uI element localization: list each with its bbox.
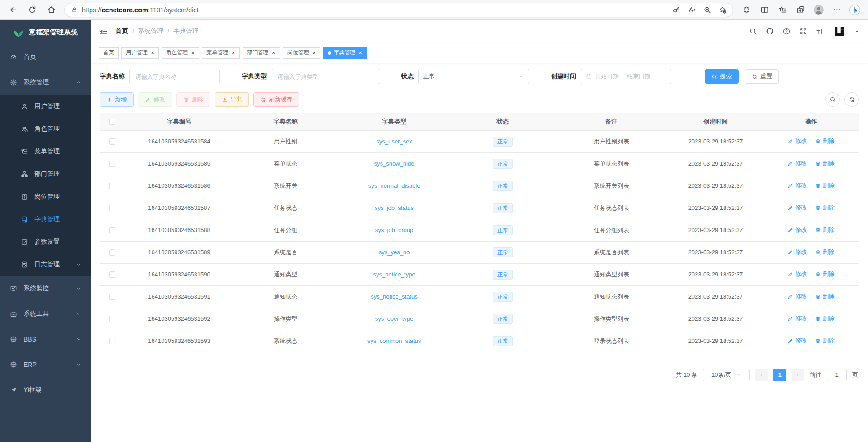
page-size-select[interactable]: 10条/页: [703, 369, 750, 381]
status-select[interactable]: 正常: [418, 69, 529, 84]
add-button[interactable]: 新增: [100, 92, 134, 107]
sidebar-item-menu-management[interactable]: 菜单管理: [0, 140, 91, 163]
dict-type-input[interactable]: [272, 69, 380, 84]
export-button[interactable]: 导出: [215, 92, 249, 107]
dict-type-link[interactable]: sys_job_status: [375, 204, 414, 211]
row-checkbox[interactable]: [109, 183, 115, 189]
more-icon[interactable]: [829, 2, 844, 18]
sidebar-item-erp[interactable]: ERP: [0, 352, 91, 377]
row-delete-button[interactable]: 删除: [815, 337, 835, 345]
dict-type-link[interactable]: sys_oper_type: [375, 315, 414, 322]
close-icon[interactable]: ×: [358, 50, 362, 56]
row-checkbox[interactable]: [109, 205, 115, 211]
row-delete-button[interactable]: 删除: [815, 226, 835, 234]
row-checkbox[interactable]: [109, 249, 115, 256]
row-edit-button[interactable]: 修改: [787, 248, 807, 256]
key-icon[interactable]: [669, 3, 683, 17]
row-checkbox[interactable]: [109, 138, 115, 145]
row-edit-button[interactable]: 修改: [787, 292, 807, 300]
dict-type-link[interactable]: sys_notice_type: [373, 271, 415, 278]
help-icon[interactable]: [782, 27, 791, 35]
dict-name-input[interactable]: [129, 69, 220, 84]
goto-page-input[interactable]: [827, 369, 847, 381]
sidebar-item-system-monitor[interactable]: 系统监控: [0, 276, 91, 301]
close-icon[interactable]: ×: [191, 50, 195, 56]
row-edit-button[interactable]: 修改: [787, 270, 807, 278]
duplicate-tab-icon[interactable]: [793, 2, 808, 18]
read-aloud-icon[interactable]: [685, 3, 698, 17]
browser-essentials-icon[interactable]: [739, 2, 754, 18]
row-checkbox[interactable]: [109, 316, 115, 322]
zoom-out-icon[interactable]: [700, 3, 714, 17]
tab[interactable]: 首页: [99, 47, 119, 59]
dict-type-link[interactable]: sys_show_hide: [374, 160, 415, 167]
address-bar[interactable]: https://ccnetcore.com:1101/system/dict: [64, 3, 733, 17]
dict-type-link[interactable]: sys_normal_disable: [368, 182, 420, 189]
date-range-picker[interactable]: 开始日期 - 结束日期: [581, 69, 671, 84]
sidebar-item-system-tools[interactable]: 系统工具: [0, 301, 91, 327]
tab[interactable]: 岗位管理×: [283, 47, 320, 59]
tab[interactable]: 菜单管理×: [202, 47, 239, 59]
select-all-checkbox[interactable]: [109, 119, 115, 125]
row-delete-button[interactable]: 删除: [815, 314, 835, 323]
close-icon[interactable]: ×: [272, 50, 276, 56]
row-edit-button[interactable]: 修改: [787, 204, 807, 212]
fullscreen-icon[interactable]: [799, 27, 807, 35]
breadcrumb-item[interactable]: 首页: [115, 27, 128, 35]
modify-button[interactable]: 修改: [138, 92, 172, 107]
row-checkbox[interactable]: [109, 271, 115, 278]
search-button[interactable]: 搜索: [705, 69, 739, 84]
row-delete-button[interactable]: 删除: [815, 159, 835, 167]
close-icon[interactable]: ×: [231, 50, 235, 56]
row-checkbox[interactable]: [109, 294, 115, 300]
delete-button[interactable]: 删除: [176, 92, 210, 107]
row-edit-button[interactable]: 修改: [787, 137, 807, 145]
sidebar-item-post-management[interactable]: 岗位管理: [0, 185, 91, 208]
sidebar-item-system-management[interactable]: 系统管理: [0, 70, 91, 95]
row-checkbox[interactable]: [109, 161, 115, 167]
close-icon[interactable]: ×: [312, 50, 316, 56]
sidebar-fold-icon[interactable]: [99, 27, 108, 36]
collections-icon[interactable]: [775, 2, 790, 18]
home-icon[interactable]: [43, 2, 59, 18]
row-edit-button[interactable]: 修改: [787, 226, 807, 234]
dict-type-link[interactable]: sys_notice_status: [371, 293, 417, 300]
refresh-table-icon[interactable]: [844, 92, 859, 107]
row-delete-button[interactable]: 删除: [815, 248, 835, 256]
row-edit-button[interactable]: 修改: [787, 314, 807, 323]
sidebar-item-log-management[interactable]: 日志管理: [0, 253, 91, 276]
row-checkbox[interactable]: [109, 338, 115, 344]
reset-button[interactable]: 重置: [745, 69, 779, 84]
search-icon[interactable]: [749, 27, 757, 35]
dict-type-link[interactable]: sys_yes_no: [379, 249, 410, 256]
dict-type-link[interactable]: sys_common_status: [367, 337, 421, 344]
profile-avatar-icon[interactable]: [811, 2, 826, 18]
close-icon[interactable]: ×: [151, 50, 154, 56]
sidebar-item-param-settings[interactable]: 参数设置: [0, 231, 91, 253]
tab[interactable]: 部门管理×: [243, 47, 280, 59]
row-checkbox[interactable]: [109, 227, 115, 233]
caret-down-icon[interactable]: [854, 29, 860, 34]
sidebar-item-home[interactable]: 首页: [0, 44, 91, 70]
user-avatar-logo[interactable]: [832, 24, 846, 38]
add-favorite-icon[interactable]: [715, 3, 729, 17]
row-delete-button[interactable]: 删除: [815, 292, 835, 300]
refresh-cache-button[interactable]: 刷新缓存: [253, 92, 299, 107]
row-edit-button[interactable]: 修改: [787, 159, 807, 167]
row-delete-button[interactable]: 删除: [815, 270, 835, 278]
sidebar-item-user-management[interactable]: 用户管理: [0, 95, 91, 118]
dict-type-link[interactable]: sys_job_group: [375, 227, 414, 233]
sidebar-item-role-management[interactable]: 角色管理: [0, 118, 91, 140]
tab[interactable]: 用户管理×: [121, 47, 159, 59]
row-edit-button[interactable]: 修改: [787, 181, 807, 190]
dict-type-link[interactable]: sys_user_sex: [376, 138, 412, 145]
next-page-button[interactable]: [792, 369, 804, 381]
github-icon[interactable]: [766, 27, 774, 35]
tab[interactable]: 角色管理×: [162, 47, 199, 59]
row-delete-button[interactable]: 删除: [815, 204, 835, 212]
row-delete-button[interactable]: 删除: [815, 181, 835, 190]
tab[interactable]: 字典管理×: [323, 47, 367, 59]
row-delete-button[interactable]: 删除: [815, 137, 835, 145]
back-icon[interactable]: [5, 2, 21, 18]
bing-icon[interactable]: [847, 2, 863, 18]
